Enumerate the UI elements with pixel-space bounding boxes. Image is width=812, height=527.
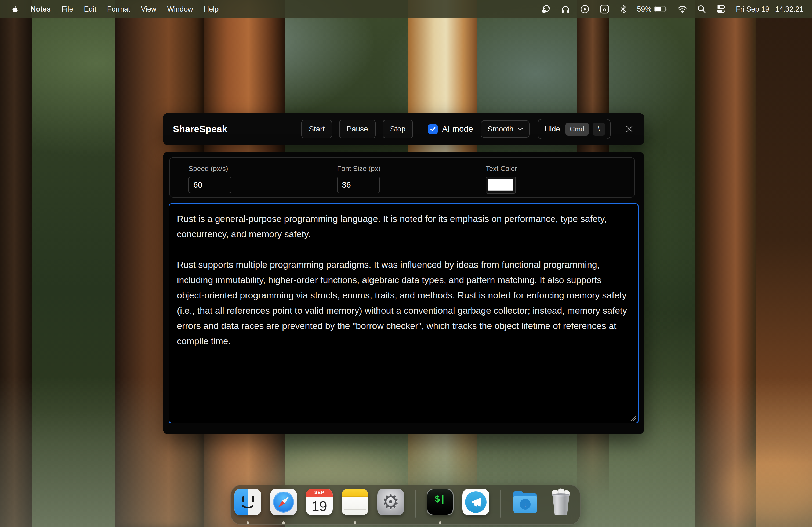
running-indicator bbox=[439, 521, 441, 524]
menu-item-edit[interactable]: Edit bbox=[79, 0, 102, 18]
font-size-label: Font Size (px) bbox=[337, 165, 485, 173]
menu-item-file[interactable]: File bbox=[56, 0, 79, 18]
running-indicator bbox=[354, 521, 356, 524]
menu-bar-clock[interactable]: Fri Sep 19 14:32:21 bbox=[736, 5, 803, 13]
text-color-control: Text Color bbox=[486, 165, 634, 197]
close-icon bbox=[625, 124, 634, 134]
start-button[interactable]: Start bbox=[301, 120, 332, 138]
paper-plane-icon bbox=[470, 496, 482, 508]
stop-button[interactable]: Stop bbox=[383, 120, 413, 138]
backslash-keycap: \ bbox=[593, 123, 605, 136]
text-color-label: Text Color bbox=[486, 165, 634, 173]
safari-icon bbox=[270, 488, 297, 515]
calendar-day-label: 19 bbox=[306, 497, 333, 515]
bluetooth-icon[interactable] bbox=[619, 4, 627, 14]
dock-item-safari[interactable] bbox=[270, 488, 297, 525]
mode-select-value: Smooth bbox=[488, 125, 514, 133]
text-color-swatch bbox=[489, 179, 513, 191]
notes-body bbox=[342, 497, 368, 515]
dock-item-system-settings[interactable]: ⚙ bbox=[377, 488, 404, 525]
font-size-input[interactable] bbox=[337, 177, 380, 193]
system-settings-icon: ⚙ bbox=[377, 488, 404, 515]
dock-item-trash[interactable] bbox=[548, 488, 574, 525]
dock-separator bbox=[500, 490, 501, 517]
calendar-icon: SEP 19 bbox=[306, 488, 333, 515]
dock-item-notes[interactable] bbox=[342, 488, 368, 525]
search-icon[interactable] bbox=[697, 4, 706, 14]
ai-mode-checkbox[interactable] bbox=[428, 124, 438, 134]
hide-shortcut-button[interactable]: Hide Cmd \ bbox=[538, 119, 611, 139]
app-title: ShareSpeak bbox=[173, 124, 227, 134]
ai-mode-label: AI mode bbox=[442, 124, 473, 134]
terminal-prompt-label: $| bbox=[435, 494, 446, 505]
running-indicator bbox=[246, 521, 249, 524]
svg-text:A: A bbox=[603, 6, 606, 12]
dock-item-downloads[interactable]: ↓ bbox=[512, 488, 539, 525]
speed-input[interactable] bbox=[188, 177, 231, 193]
notes-yellow-band bbox=[342, 488, 368, 497]
headphones-icon[interactable] bbox=[561, 4, 570, 14]
date-label: Fri Sep 19 bbox=[736, 5, 769, 13]
calendar-month-label: SEP bbox=[306, 488, 333, 497]
header-controls: Start Pause Stop AI mode Smooth Hide Cmd… bbox=[301, 119, 634, 139]
mode-select[interactable]: Smooth bbox=[481, 120, 530, 138]
apple-icon bbox=[11, 4, 19, 14]
speed-label: Speed (px/s) bbox=[188, 165, 337, 173]
control-center-icon[interactable] bbox=[716, 4, 726, 14]
downloads-folder-icon: ↓ bbox=[512, 488, 539, 515]
notes-line bbox=[344, 504, 366, 504]
menu-bar-left: Notes File Edit Format View Window Help bbox=[9, 0, 224, 18]
wifi-icon[interactable] bbox=[677, 5, 687, 13]
ai-mode-control: AI mode bbox=[428, 124, 473, 134]
trash-body bbox=[551, 495, 570, 515]
folder-front: ↓ bbox=[513, 496, 537, 513]
teleprompter-text-area[interactable]: Rust is a general-purpose programming la… bbox=[169, 204, 639, 423]
teleprompter-text-area-wrap: Rust is a general-purpose programming la… bbox=[169, 204, 639, 423]
gear-icon: ⚙ bbox=[382, 492, 400, 512]
menu-item-help[interactable]: Help bbox=[199, 0, 224, 18]
battery-status[interactable]: 59% bbox=[637, 5, 668, 13]
battery-percent-label: 59% bbox=[637, 5, 651, 13]
menu-bar-status: A 59% bbox=[541, 4, 803, 14]
cmd-keycap: Cmd bbox=[566, 123, 589, 136]
sharespeak-header-window: ShareSpeak Start Pause Stop AI mode Smoo… bbox=[163, 113, 644, 145]
close-button[interactable] bbox=[625, 124, 634, 134]
dock: SEP 19 ⚙ $| bbox=[230, 485, 581, 525]
pause-button[interactable]: Pause bbox=[339, 120, 375, 138]
speed-control: Speed (px/s) bbox=[188, 165, 337, 197]
dock-separator bbox=[415, 490, 416, 517]
sharespeak-main-window: Speed (px/s) Font Size (px) Text Color R… bbox=[163, 152, 644, 434]
menu-item-window[interactable]: Window bbox=[162, 0, 199, 18]
menu-item-app[interactable]: Notes bbox=[25, 0, 56, 18]
notes-icon bbox=[342, 488, 368, 515]
time-label: 14:32:21 bbox=[775, 5, 803, 13]
terminal-icon: $| bbox=[427, 488, 453, 515]
menu-bar: Notes File Edit Format View Window Help bbox=[0, 0, 812, 18]
telegram-circle bbox=[465, 491, 487, 513]
dock-item-calendar[interactable]: SEP 19 bbox=[306, 488, 333, 525]
dock-item-terminal[interactable]: $| bbox=[427, 488, 453, 525]
safari-needle bbox=[277, 495, 291, 509]
notes-line bbox=[344, 509, 366, 510]
checkmark-icon bbox=[430, 126, 436, 132]
dock-item-telegram[interactable] bbox=[462, 488, 489, 525]
chevron-down-icon bbox=[518, 127, 523, 131]
input-source-icon[interactable]: A bbox=[599, 4, 610, 14]
hide-label: Hide bbox=[545, 125, 560, 133]
telegram-icon bbox=[462, 488, 489, 515]
running-indicator bbox=[282, 521, 285, 524]
safari-compass-dial bbox=[273, 492, 294, 512]
play-circle-icon[interactable] bbox=[580, 4, 590, 14]
rotation-lock-icon[interactable] bbox=[541, 4, 551, 14]
apple-menu[interactable] bbox=[9, 4, 25, 14]
font-size-control: Font Size (px) bbox=[337, 165, 485, 197]
menu-item-view[interactable]: View bbox=[135, 0, 162, 18]
dock-item-finder[interactable] bbox=[234, 488, 261, 525]
battery-icon bbox=[654, 6, 668, 13]
menu-item-format[interactable]: Format bbox=[102, 0, 135, 18]
settings-panel: Speed (px/s) Font Size (px) Text Color bbox=[169, 157, 635, 198]
trash-icon bbox=[548, 488, 574, 515]
download-arrow-icon: ↓ bbox=[520, 499, 531, 510]
finder-icon bbox=[234, 488, 261, 515]
text-color-picker[interactable] bbox=[486, 177, 516, 194]
